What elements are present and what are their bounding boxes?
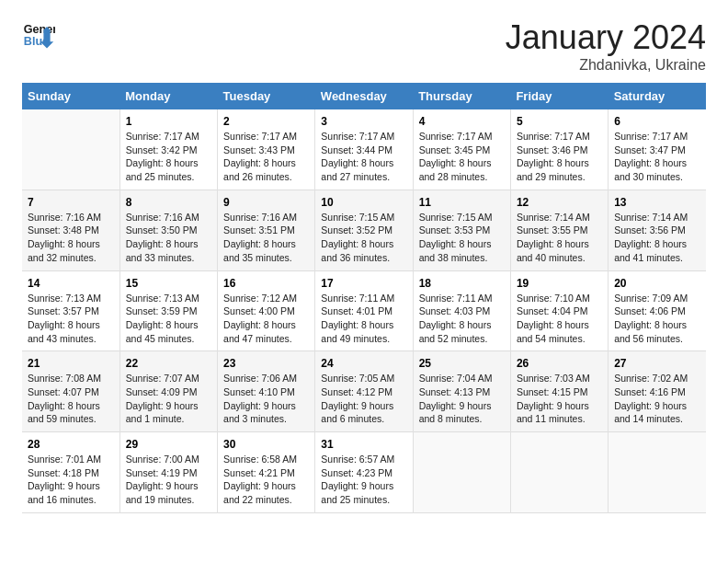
day-number: 7 bbox=[28, 196, 114, 209]
day-number: 15 bbox=[126, 277, 211, 290]
calendar-cell: 29Sunrise: 7:00 AM Sunset: 4:19 PM Dayli… bbox=[119, 432, 217, 513]
day-info: Sunrise: 7:03 AM Sunset: 4:15 PM Dayligh… bbox=[517, 372, 602, 426]
calendar-cell: 7Sunrise: 7:16 AM Sunset: 3:48 PM Daylig… bbox=[22, 190, 119, 270]
day-info: Sunrise: 7:15 AM Sunset: 3:53 PM Dayligh… bbox=[419, 211, 505, 265]
week-row-5: 28Sunrise: 7:01 AM Sunset: 4:18 PM Dayli… bbox=[22, 432, 706, 513]
day-number: 21 bbox=[28, 357, 114, 370]
col-header-saturday: Saturday bbox=[609, 83, 706, 109]
day-number: 17 bbox=[321, 277, 406, 290]
calendar-table: SundayMondayTuesdayWednesdayThursdayFrid… bbox=[22, 83, 706, 513]
calendar-cell: 23Sunrise: 7:06 AM Sunset: 4:10 PM Dayli… bbox=[218, 351, 315, 432]
calendar-cell: 3Sunrise: 7:17 AM Sunset: 3:44 PM Daylig… bbox=[315, 109, 413, 190]
page-title: January 2024 bbox=[506, 18, 706, 57]
page-subtitle: Zhdanivka, Ukraine bbox=[506, 57, 706, 74]
day-info: Sunrise: 7:16 AM Sunset: 3:51 PM Dayligh… bbox=[223, 211, 309, 265]
day-number: 30 bbox=[223, 438, 309, 451]
day-info: Sunrise: 7:17 AM Sunset: 3:45 PM Dayligh… bbox=[419, 130, 505, 184]
calendar-cell: 18Sunrise: 7:11 AM Sunset: 4:03 PM Dayli… bbox=[413, 270, 510, 351]
day-number: 31 bbox=[321, 438, 406, 451]
day-number: 25 bbox=[419, 357, 505, 370]
calendar-cell: 1Sunrise: 7:17 AM Sunset: 3:42 PM Daylig… bbox=[119, 109, 217, 190]
day-number: 6 bbox=[614, 115, 700, 128]
calendar-cell: 26Sunrise: 7:03 AM Sunset: 4:15 PM Dayli… bbox=[510, 351, 608, 432]
calendar-cell bbox=[609, 432, 706, 513]
day-info: Sunrise: 6:58 AM Sunset: 4:21 PM Dayligh… bbox=[223, 453, 309, 507]
col-header-friday: Friday bbox=[510, 83, 608, 109]
day-number: 20 bbox=[614, 277, 700, 290]
day-number: 3 bbox=[321, 115, 406, 128]
calendar-cell: 30Sunrise: 6:58 AM Sunset: 4:21 PM Dayli… bbox=[218, 432, 315, 513]
col-header-wednesday: Wednesday bbox=[315, 83, 413, 109]
day-info: Sunrise: 7:07 AM Sunset: 4:09 PM Dayligh… bbox=[126, 372, 211, 426]
day-info: Sunrise: 7:11 AM Sunset: 4:01 PM Dayligh… bbox=[321, 292, 406, 346]
day-number: 29 bbox=[126, 438, 211, 451]
calendar-cell: 10Sunrise: 7:15 AM Sunset: 3:52 PM Dayli… bbox=[315, 190, 413, 270]
day-number: 26 bbox=[517, 357, 602, 370]
day-number: 22 bbox=[126, 357, 211, 370]
day-number: 18 bbox=[419, 277, 505, 290]
day-info: Sunrise: 7:01 AM Sunset: 4:18 PM Dayligh… bbox=[28, 453, 114, 507]
calendar-cell: 28Sunrise: 7:01 AM Sunset: 4:18 PM Dayli… bbox=[22, 432, 119, 513]
calendar-cell: 4Sunrise: 7:17 AM Sunset: 3:45 PM Daylig… bbox=[413, 109, 510, 190]
calendar-cell: 5Sunrise: 7:17 AM Sunset: 3:46 PM Daylig… bbox=[510, 109, 608, 190]
day-number: 28 bbox=[28, 438, 114, 451]
title-block: January 2024 Zhdanivka, Ukraine bbox=[506, 18, 706, 74]
calendar-cell: 9Sunrise: 7:16 AM Sunset: 3:51 PM Daylig… bbox=[218, 190, 315, 270]
calendar-cell bbox=[510, 432, 608, 513]
day-info: Sunrise: 7:10 AM Sunset: 4:04 PM Dayligh… bbox=[517, 292, 602, 346]
day-number: 19 bbox=[517, 277, 602, 290]
day-info: Sunrise: 7:14 AM Sunset: 3:56 PM Dayligh… bbox=[614, 211, 700, 265]
day-info: Sunrise: 7:17 AM Sunset: 3:46 PM Dayligh… bbox=[517, 130, 602, 184]
day-number: 23 bbox=[223, 357, 309, 370]
day-number: 5 bbox=[517, 115, 602, 128]
day-info: Sunrise: 7:12 AM Sunset: 4:00 PM Dayligh… bbox=[223, 292, 309, 346]
calendar-cell: 25Sunrise: 7:04 AM Sunset: 4:13 PM Dayli… bbox=[413, 351, 510, 432]
day-number: 11 bbox=[419, 196, 505, 209]
day-info: Sunrise: 7:05 AM Sunset: 4:12 PM Dayligh… bbox=[321, 372, 406, 426]
calendar-cell bbox=[22, 109, 119, 190]
col-header-thursday: Thursday bbox=[413, 83, 510, 109]
day-info: Sunrise: 7:16 AM Sunset: 3:48 PM Dayligh… bbox=[28, 211, 114, 265]
calendar-cell: 14Sunrise: 7:13 AM Sunset: 3:57 PM Dayli… bbox=[22, 270, 119, 351]
calendar-cell: 27Sunrise: 7:02 AM Sunset: 4:16 PM Dayli… bbox=[609, 351, 706, 432]
calendar-cell: 15Sunrise: 7:13 AM Sunset: 3:59 PM Dayli… bbox=[119, 270, 217, 351]
calendar-cell: 31Sunrise: 6:57 AM Sunset: 4:23 PM Dayli… bbox=[315, 432, 413, 513]
logo: General Blue bbox=[22, 18, 55, 52]
day-number: 1 bbox=[126, 115, 211, 128]
col-header-monday: Monday bbox=[119, 83, 217, 109]
calendar-cell bbox=[413, 432, 510, 513]
calendar-cell: 11Sunrise: 7:15 AM Sunset: 3:53 PM Dayli… bbox=[413, 190, 510, 270]
day-info: Sunrise: 7:17 AM Sunset: 3:44 PM Dayligh… bbox=[321, 130, 406, 184]
calendar-cell: 20Sunrise: 7:09 AM Sunset: 4:06 PM Dayli… bbox=[609, 270, 706, 351]
calendar-cell: 12Sunrise: 7:14 AM Sunset: 3:55 PM Dayli… bbox=[510, 190, 608, 270]
calendar-cell: 2Sunrise: 7:17 AM Sunset: 3:43 PM Daylig… bbox=[218, 109, 315, 190]
day-number: 10 bbox=[321, 196, 406, 209]
day-info: Sunrise: 7:00 AM Sunset: 4:19 PM Dayligh… bbox=[126, 453, 211, 507]
day-info: Sunrise: 7:02 AM Sunset: 4:16 PM Dayligh… bbox=[614, 372, 700, 426]
day-number: 8 bbox=[126, 196, 211, 209]
col-header-tuesday: Tuesday bbox=[218, 83, 315, 109]
calendar-header-row: SundayMondayTuesdayWednesdayThursdayFrid… bbox=[22, 83, 706, 109]
day-info: Sunrise: 7:13 AM Sunset: 3:57 PM Dayligh… bbox=[28, 292, 114, 346]
calendar-cell: 8Sunrise: 7:16 AM Sunset: 3:50 PM Daylig… bbox=[119, 190, 217, 270]
page-header: General Blue January 2024 Zhdanivka, Ukr… bbox=[22, 18, 706, 74]
day-info: Sunrise: 6:57 AM Sunset: 4:23 PM Dayligh… bbox=[321, 453, 406, 507]
day-number: 24 bbox=[321, 357, 406, 370]
week-row-2: 7Sunrise: 7:16 AM Sunset: 3:48 PM Daylig… bbox=[22, 190, 706, 270]
calendar-cell: 24Sunrise: 7:05 AM Sunset: 4:12 PM Dayli… bbox=[315, 351, 413, 432]
week-row-4: 21Sunrise: 7:08 AM Sunset: 4:07 PM Dayli… bbox=[22, 351, 706, 432]
calendar-cell: 19Sunrise: 7:10 AM Sunset: 4:04 PM Dayli… bbox=[510, 270, 608, 351]
day-info: Sunrise: 7:14 AM Sunset: 3:55 PM Dayligh… bbox=[517, 211, 602, 265]
day-number: 16 bbox=[223, 277, 309, 290]
calendar-cell: 22Sunrise: 7:07 AM Sunset: 4:09 PM Dayli… bbox=[119, 351, 217, 432]
day-number: 4 bbox=[419, 115, 505, 128]
logo-icon: General Blue bbox=[22, 18, 55, 52]
day-info: Sunrise: 7:08 AM Sunset: 4:07 PM Dayligh… bbox=[28, 372, 114, 426]
col-header-sunday: Sunday bbox=[22, 83, 119, 109]
calendar-cell: 13Sunrise: 7:14 AM Sunset: 3:56 PM Dayli… bbox=[609, 190, 706, 270]
day-info: Sunrise: 7:06 AM Sunset: 4:10 PM Dayligh… bbox=[223, 372, 309, 426]
day-number: 12 bbox=[517, 196, 602, 209]
calendar-cell: 6Sunrise: 7:17 AM Sunset: 3:47 PM Daylig… bbox=[609, 109, 706, 190]
calendar-cell: 21Sunrise: 7:08 AM Sunset: 4:07 PM Dayli… bbox=[22, 351, 119, 432]
day-info: Sunrise: 7:17 AM Sunset: 3:43 PM Dayligh… bbox=[223, 130, 309, 184]
